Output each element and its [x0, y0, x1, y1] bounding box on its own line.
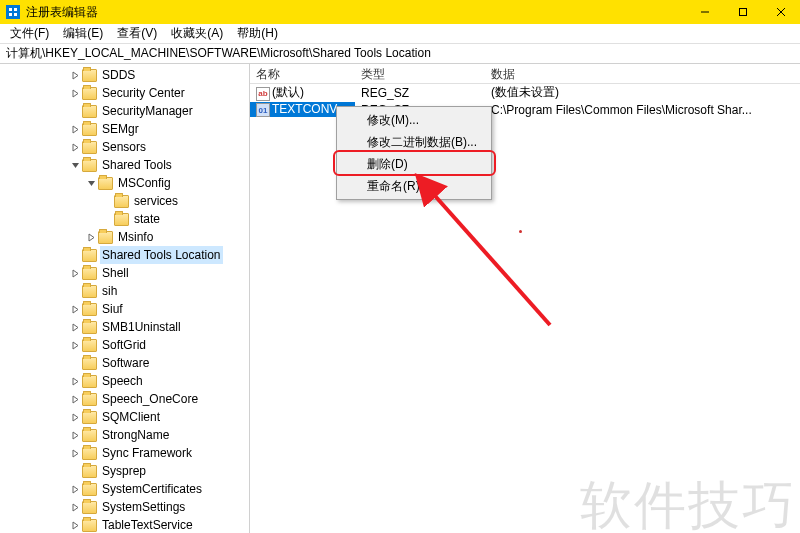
tree-node-label: SecurityManager — [100, 102, 195, 120]
chevron-right-icon[interactable] — [68, 71, 82, 80]
tree-node[interactable]: SMB1Uninstall — [4, 318, 249, 336]
tree-node[interactable]: state — [4, 210, 249, 228]
tree-node[interactable]: services — [4, 192, 249, 210]
tree-node-label: Shell — [100, 264, 131, 282]
chevron-right-icon[interactable] — [68, 341, 82, 350]
tree-node[interactable]: Msinfo — [4, 228, 249, 246]
chevron-right-icon[interactable] — [68, 449, 82, 458]
chevron-right-icon[interactable] — [68, 305, 82, 314]
tree-node[interactable]: Speech_OneCore — [4, 390, 249, 408]
tree-node[interactable]: SDDS — [4, 66, 249, 84]
tree-node[interactable]: Speech — [4, 372, 249, 390]
menu-item[interactable]: 编辑(E) — [57, 23, 109, 44]
tree-node[interactable]: TableTextService — [4, 516, 249, 533]
svg-rect-2 — [9, 13, 12, 16]
col-header-name[interactable]: 名称 — [250, 64, 355, 83]
tree-node[interactable]: MSConfig — [4, 174, 249, 192]
tree-node-label: state — [132, 210, 162, 228]
tree-node[interactable]: SystemSettings — [4, 498, 249, 516]
chevron-right-icon[interactable] — [68, 503, 82, 512]
chevron-down-icon[interactable] — [84, 179, 98, 188]
menu-item[interactable]: 查看(V) — [111, 23, 163, 44]
tree-node-label: TableTextService — [100, 516, 195, 533]
cell-data: C:\Program Files\Common Files\Microsoft … — [485, 103, 800, 117]
tree-node[interactable]: Siuf — [4, 300, 249, 318]
folder-icon — [82, 249, 97, 262]
tree-node-label: Sensors — [100, 138, 148, 156]
address-text: 计算机\HKEY_LOCAL_MACHINE\SOFTWARE\Microsof… — [6, 45, 431, 62]
tree-node[interactable]: Software — [4, 354, 249, 372]
tree-node-label: SDDS — [100, 66, 137, 84]
window-controls — [686, 0, 800, 24]
list-pane[interactable]: 名称 类型 数据 ab(默认)REG_SZ(数值未设置)01TEXTCONVRE… — [250, 64, 800, 533]
folder-icon — [82, 519, 97, 532]
tree-node-label: services — [132, 192, 180, 210]
tree-node[interactable]: Shared Tools Location — [4, 246, 249, 264]
tree-node[interactable]: SystemCertificates — [4, 480, 249, 498]
annotation-dot — [519, 230, 522, 233]
chevron-right-icon[interactable] — [68, 89, 82, 98]
folder-icon — [114, 213, 129, 226]
close-button[interactable] — [762, 0, 800, 24]
chevron-right-icon[interactable] — [68, 485, 82, 494]
maximize-button[interactable] — [724, 0, 762, 24]
chevron-right-icon[interactable] — [84, 233, 98, 242]
folder-icon — [82, 411, 97, 424]
chevron-right-icon[interactable] — [68, 521, 82, 530]
list-row[interactable]: 01TEXTCONVREG_SZC:\Program Files\Common … — [250, 101, 800, 118]
tree-node[interactable]: SEMgr — [4, 120, 249, 138]
cell-type: REG_SZ — [355, 86, 485, 100]
chevron-right-icon[interactable] — [68, 413, 82, 422]
context-menu-item[interactable]: 重命名(R) — [339, 175, 489, 197]
chevron-right-icon[interactable] — [68, 125, 82, 134]
context-menu-item[interactable]: 删除(D) — [339, 153, 489, 175]
folder-icon — [82, 393, 97, 406]
tree-pane[interactable]: SDDSSecurity CenterSecurityManagerSEMgrS… — [0, 64, 250, 533]
folder-icon — [82, 303, 97, 316]
folder-icon — [82, 447, 97, 460]
context-menu-item[interactable]: 修改(M)... — [339, 109, 489, 131]
col-header-type[interactable]: 类型 — [355, 64, 485, 83]
tree-node[interactable]: SoftGrid — [4, 336, 249, 354]
list-row[interactable]: ab(默认)REG_SZ(数值未设置) — [250, 84, 800, 101]
svg-rect-3 — [14, 13, 17, 16]
folder-icon — [82, 159, 97, 172]
tree-node-label: Shared Tools Location — [100, 246, 223, 264]
tree-node-label: Shared Tools — [100, 156, 174, 174]
tree-node[interactable]: Shell — [4, 264, 249, 282]
tree-node[interactable]: Sensors — [4, 138, 249, 156]
chevron-right-icon[interactable] — [68, 431, 82, 440]
menubar: 文件(F)编辑(E)查看(V)收藏夹(A)帮助(H) — [0, 24, 800, 44]
tree-node[interactable]: Sync Framework — [4, 444, 249, 462]
tree-node[interactable]: StrongName — [4, 426, 249, 444]
folder-icon — [82, 87, 97, 100]
chevron-right-icon[interactable] — [68, 269, 82, 278]
folder-icon — [82, 465, 97, 478]
tree-node[interactable]: Shared Tools — [4, 156, 249, 174]
chevron-right-icon[interactable] — [68, 323, 82, 332]
folder-icon — [98, 177, 113, 190]
chevron-down-icon[interactable] — [68, 161, 82, 170]
folder-icon — [82, 69, 97, 82]
chevron-right-icon[interactable] — [68, 143, 82, 152]
chevron-right-icon[interactable] — [68, 395, 82, 404]
menu-item[interactable]: 帮助(H) — [231, 23, 284, 44]
cell-data: (数值未设置) — [485, 84, 800, 101]
address-bar[interactable]: 计算机\HKEY_LOCAL_MACHINE\SOFTWARE\Microsof… — [0, 44, 800, 64]
svg-rect-5 — [740, 9, 747, 16]
tree-node-label: SystemSettings — [100, 498, 187, 516]
context-menu-item[interactable]: 修改二进制数据(B)... — [339, 131, 489, 153]
col-header-data[interactable]: 数据 — [485, 64, 800, 83]
menu-item[interactable]: 收藏夹(A) — [165, 23, 229, 44]
binary-value-icon: 01 — [256, 103, 270, 117]
chevron-right-icon[interactable] — [68, 377, 82, 386]
tree-node[interactable]: Security Center — [4, 84, 249, 102]
tree-node-label: Security Center — [100, 84, 187, 102]
tree-node[interactable]: sih — [4, 282, 249, 300]
tree-node[interactable]: Sysprep — [4, 462, 249, 480]
tree-node[interactable]: SecurityManager — [4, 102, 249, 120]
menu-item[interactable]: 文件(F) — [4, 23, 55, 44]
folder-icon — [82, 483, 97, 496]
minimize-button[interactable] — [686, 0, 724, 24]
tree-node[interactable]: SQMClient — [4, 408, 249, 426]
